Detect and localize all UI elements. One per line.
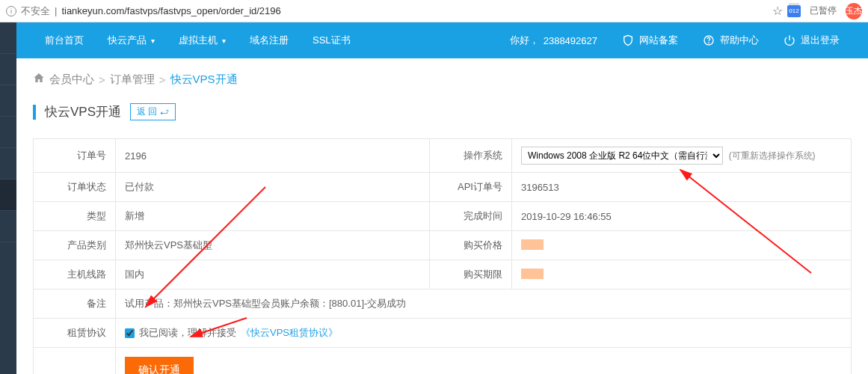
url-text: tiankeyun.com/fastvps/fastvps_open/order… xyxy=(61,5,280,16)
browser-address-bar: i 不安全 | tiankeyun.com/fastvps/fastvps_op… xyxy=(0,0,868,22)
nav-greeting[interactable]: 你好，2388492627 xyxy=(498,22,609,58)
paused-label[interactable]: 已暂停 xyxy=(805,3,841,19)
left-side-strip xyxy=(0,22,16,374)
label-api-id: API订单号 xyxy=(430,173,512,202)
label-status: 订单状态 xyxy=(34,173,116,202)
cell-os: Windows 2008 企业版 R2 64位中文（需自行激活） (可重新选择操… xyxy=(512,139,852,173)
value-type: 新增 xyxy=(116,202,430,231)
back-button[interactable]: 返 回 ⮐ xyxy=(130,103,176,120)
label-order-id: 订单号 xyxy=(34,139,116,173)
breadcrumb-sep: > xyxy=(99,73,105,86)
value-period xyxy=(512,260,852,289)
redacted-block xyxy=(521,239,544,250)
nav-fastcloud[interactable]: 快云产品▾ xyxy=(96,22,167,58)
nav-label: 域名注册 xyxy=(250,34,289,47)
top-nav: 前台首页 快云产品▾ 虚拟主机▾ 域名注册 SSL证书 你好，238849262… xyxy=(16,22,868,58)
nav-vhost[interactable]: 虚拟主机▾ xyxy=(167,22,238,58)
breadcrumb-orders[interactable]: 订单管理 xyxy=(110,73,155,87)
back-label: 返 回 xyxy=(137,105,157,118)
value-route: 国内 xyxy=(116,260,430,289)
page-title: 快云VPS开通 xyxy=(45,103,121,120)
info-icon: i xyxy=(6,6,16,16)
home-icon xyxy=(33,72,45,87)
agreement-link[interactable]: 《快云VPS租赁协议》 xyxy=(241,326,338,340)
value-status: 已付款 xyxy=(116,173,430,202)
nav-help[interactable]: 帮助中心 xyxy=(690,22,771,58)
shield-icon xyxy=(621,34,635,47)
side-slot[interactable] xyxy=(0,117,16,148)
title-bar-accent xyxy=(33,105,36,120)
help-icon xyxy=(702,34,715,47)
label-prod-cat: 产品类别 xyxy=(34,231,116,260)
label-os: 操作系统 xyxy=(430,139,512,173)
label-type: 类型 xyxy=(34,202,116,231)
breadcrumb-current: 快云VPS开通 xyxy=(170,73,238,87)
return-arrow-icon: ⮐ xyxy=(160,107,169,117)
side-slot[interactable] xyxy=(0,54,16,85)
side-slot[interactable] xyxy=(0,180,16,211)
cell-actions: 确认开通 xyxy=(116,348,852,375)
profile-avatar[interactable]: 玉杰 xyxy=(846,3,862,19)
value-price xyxy=(512,231,852,260)
confirm-open-button[interactable]: 确认开通 xyxy=(125,357,194,374)
value-prod-cat: 郑州快云VPS基础型 xyxy=(116,231,430,260)
value-order-id: 2196 xyxy=(116,139,430,173)
greet-prefix: 你好， xyxy=(510,34,539,47)
svg-point-1 xyxy=(709,43,710,43)
bookmark-star-icon[interactable]: ☆ xyxy=(772,4,783,18)
side-slot[interactable] xyxy=(0,211,16,242)
calendar-badge-icon[interactable]: 012 xyxy=(787,5,801,17)
cell-agreement: 我已阅读，理解并接受 《快云VPS租赁协议》 xyxy=(116,319,852,348)
nav-logout[interactable]: 退出登录 xyxy=(771,22,852,58)
label-empty xyxy=(34,348,116,375)
nav-label: 前台首页 xyxy=(45,34,84,47)
label-remark: 备注 xyxy=(34,289,116,319)
value-api-id: 3196513 xyxy=(512,173,852,202)
nav-label: SSL证书 xyxy=(313,34,351,47)
chevron-down-icon: ▾ xyxy=(222,37,226,45)
label-route: 主机线路 xyxy=(34,260,116,289)
nav-ssl[interactable]: SSL证书 xyxy=(301,22,363,58)
value-remark: 试用产品：郑州快云VPS基础型会员账户余额：[880.01]-交易成功 xyxy=(116,289,852,319)
os-hint: (可重新选择操作系统) xyxy=(729,150,816,161)
label-done-time: 完成时间 xyxy=(430,202,512,231)
agree-checkbox[interactable] xyxy=(125,328,135,338)
label-price: 购买价格 xyxy=(430,231,512,260)
chevron-down-icon: ▾ xyxy=(151,37,155,45)
breadcrumb: 会员中心 > 订单管理 > 快云VPS开通 xyxy=(33,72,852,87)
side-slot[interactable] xyxy=(0,22,16,54)
url-separator: | xyxy=(55,5,57,16)
insecure-label: 不安全 xyxy=(21,4,50,18)
nav-beian[interactable]: 网站备案 xyxy=(609,22,690,58)
order-table: 订单号 2196 操作系统 Windows 2008 企业版 R2 64位中文（… xyxy=(33,138,852,374)
redacted-block xyxy=(521,269,544,279)
power-icon xyxy=(783,34,796,47)
side-slot[interactable] xyxy=(0,85,16,117)
nav-home[interactable]: 前台首页 xyxy=(33,22,96,58)
nav-label: 网站备案 xyxy=(639,34,678,47)
breadcrumb-sep: > xyxy=(159,73,166,86)
os-select[interactable]: Windows 2008 企业版 R2 64位中文（需自行激活） xyxy=(521,147,723,165)
side-slot[interactable] xyxy=(0,148,16,180)
nav-label: 虚拟主机 xyxy=(179,34,218,47)
label-agreement: 租赁协议 xyxy=(34,319,116,348)
nav-label: 帮助中心 xyxy=(720,34,759,47)
value-done-time: 2019-10-29 16:46:55 xyxy=(512,202,852,231)
nav-label: 快云产品 xyxy=(108,34,147,47)
nav-domain[interactable]: 域名注册 xyxy=(238,22,301,58)
breadcrumb-home[interactable]: 会员中心 xyxy=(49,73,94,87)
label-period: 购买期限 xyxy=(430,260,512,289)
nav-label: 退出登录 xyxy=(801,34,840,47)
username: 2388492627 xyxy=(544,35,597,46)
agree-text: 我已阅读，理解并接受 xyxy=(139,326,236,340)
